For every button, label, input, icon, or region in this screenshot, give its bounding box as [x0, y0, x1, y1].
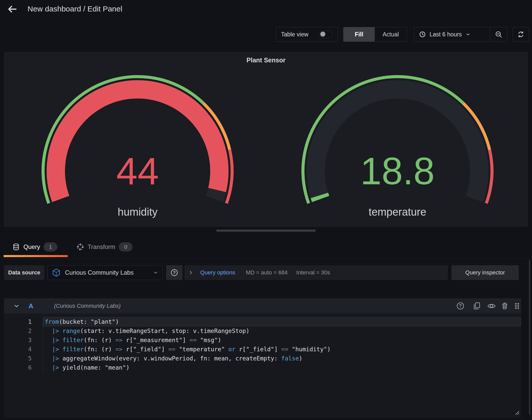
code-line[interactable]: 1from(bucket: "plant"): [15, 317, 521, 326]
time-range-label: Last 6 hours: [430, 31, 462, 38]
query-inspector-button[interactable]: Query inspector: [451, 265, 519, 280]
tab-query[interactable]: Query 1: [12, 240, 57, 254]
panel-title: Plant Sensor: [4, 57, 528, 64]
svg-text:?: ?: [173, 270, 176, 275]
help-circle-icon: ?: [170, 269, 178, 277]
svg-text:?: ?: [459, 303, 462, 309]
database-icon: [12, 243, 20, 251]
code-editor-lines: 1from(bucket: "plant")2 |> range(start: …: [15, 317, 521, 372]
line-number: 3: [15, 335, 43, 345]
code-line-content[interactable]: |> filter(fn: (r) => r["_field"] == "tem…: [43, 345, 521, 354]
code-line-content[interactable]: |> aggregateWindow(every: v.windowPeriod…: [43, 354, 521, 363]
datasource-picker[interactable]: Curious Community Labs: [47, 265, 163, 280]
code-line[interactable]: 4 |> filter(fn: (r) => r["_field"] == "t…: [15, 345, 521, 354]
datasource-logo-icon: [52, 268, 61, 277]
time-picker-group: Last 6 hours: [414, 27, 507, 42]
code-line-content[interactable]: |> filter(fn: (r) => r["_measurement"] =…: [43, 335, 521, 345]
table-view-control: Table view: [276, 27, 338, 42]
gauge-label: temperature: [301, 204, 494, 220]
datasource-name: Curious Community Labs: [65, 269, 149, 276]
query-editor-card: A (Curious Community Labs) ? 1from(bucke…: [4, 298, 521, 418]
zoom-out-time-button[interactable]: [490, 27, 507, 41]
line-number: 4: [15, 345, 43, 354]
code-line-content[interactable]: from(bucket: "plant"): [43, 317, 521, 326]
gauge-arc-svg: [301, 73, 494, 218]
query-options-bar: Query options MD = auto = 684 Interval =…: [184, 265, 448, 280]
flux-code-editor[interactable]: 1from(bucket: "plant")2 |> range(start: …: [15, 317, 521, 417]
transform-icon: [76, 243, 84, 251]
gauge-humidity: 44 humidity: [41, 73, 234, 218]
fill-actual-group: Fill Actual: [343, 27, 407, 42]
line-number: 2: [15, 326, 43, 335]
arrow-left-icon: [7, 4, 18, 15]
interval-value: Interval = 30s: [296, 269, 330, 276]
toggle-visibility-button[interactable]: [487, 302, 496, 310]
panel-resize-handle[interactable]: [216, 230, 316, 232]
line-number: 1: [15, 317, 43, 326]
tabs-divider: [0, 259, 532, 259]
actual-button[interactable]: Actual: [375, 27, 407, 41]
code-line-content[interactable]: |> range(start: v.timeRangeStart, stop: …: [43, 326, 521, 335]
chevron-down-icon: [153, 270, 158, 275]
active-tab-indicator: [4, 255, 68, 257]
max-data-points-value: MD = auto = 684: [246, 269, 288, 276]
duplicate-query-button[interactable]: [472, 302, 481, 310]
query-help-button[interactable]: ?: [456, 302, 465, 310]
back-button[interactable]: [7, 4, 18, 15]
clock-icon: [419, 31, 426, 38]
gauge-arc-svg: [41, 73, 234, 218]
query-options-link[interactable]: Query options: [200, 269, 235, 276]
grafana-edit-panel: New dashboard / Edit Panel Table view Fi…: [0, 0, 532, 420]
line-number: 6: [15, 363, 43, 372]
refresh-icon: [517, 31, 525, 38]
tab-transform-label: Transform: [88, 243, 115, 250]
toggle-knob: [320, 32, 325, 37]
delete-query-button[interactable]: [500, 302, 509, 310]
editor-resize-corner[interactable]: [513, 409, 520, 415]
tab-query-count-badge: 1: [44, 242, 57, 251]
tab-query-label: Query: [23, 243, 40, 250]
datasource-label: Data source: [4, 265, 44, 280]
gauge-value: 18.8: [301, 149, 494, 193]
table-view-label: Table view: [281, 31, 308, 38]
tab-transform[interactable]: Transform 0: [76, 240, 132, 254]
query-ref-id: A: [29, 298, 33, 314]
code-line[interactable]: 2 |> range(start: v.timeRangeStart, stop…: [15, 326, 521, 335]
drag-handle-icon[interactable]: [513, 302, 521, 310]
query-datasource-hint: (Curious Community Labs): [54, 298, 121, 314]
time-range-picker[interactable]: Last 6 hours: [414, 31, 490, 38]
datasource-help-button[interactable]: ?: [166, 265, 182, 280]
gauge-value: 44: [41, 149, 234, 193]
fill-button[interactable]: Fill: [343, 27, 375, 41]
code-line[interactable]: 3 |> filter(fn: (r) => r["_measurement"]…: [15, 335, 521, 345]
query-row-header[interactable]: A (Curious Community Labs) ?: [4, 298, 521, 314]
page-title: New dashboard / Edit Panel: [28, 5, 122, 13]
refresh-button[interactable]: [513, 27, 529, 42]
chevron-right-icon[interactable]: [188, 270, 194, 275]
line-number: 5: [15, 354, 43, 363]
search-minus-icon: [495, 31, 502, 38]
gauge-label: humidity: [41, 204, 234, 220]
table-view-toggle[interactable]: [319, 31, 332, 38]
gauge-temperature: 18.8 temperature: [301, 73, 494, 218]
code-line[interactable]: 6 |> yield(name: "mean"): [15, 363, 521, 372]
collapse-chevron-icon[interactable]: [13, 303, 20, 309]
chevron-down-icon: [466, 32, 471, 37]
tab-transform-count-badge: 0: [119, 242, 132, 251]
code-line-content[interactable]: |> yield(name: "mean"): [43, 363, 521, 372]
code-line[interactable]: 5 |> aggregateWindow(every: v.windowPeri…: [15, 354, 521, 363]
page-scrollbar[interactable]: [529, 260, 530, 415]
